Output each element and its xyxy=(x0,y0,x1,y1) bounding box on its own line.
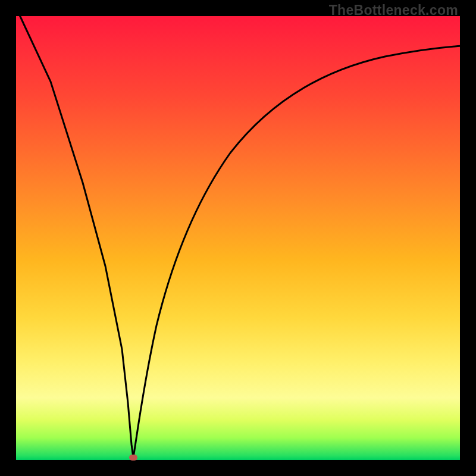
optimal-point-marker xyxy=(129,455,137,461)
plot-area xyxy=(16,16,460,460)
bottleneck-curve xyxy=(16,16,460,460)
watermark-text: TheBottleneck.com xyxy=(329,2,458,18)
chart-frame: TheBottleneck.com xyxy=(0,0,476,476)
